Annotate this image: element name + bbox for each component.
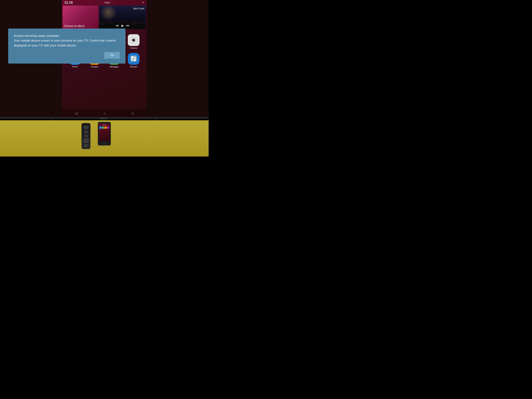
widget-area: Choose an album Bach Suite ⏮ ▶ ⏭ bbox=[62, 5, 147, 30]
svg-point-2 bbox=[133, 39, 134, 41]
remote-power-btn[interactable] bbox=[84, 126, 89, 129]
status-time: 11:15 bbox=[64, 1, 73, 4]
tv-brand: SONY bbox=[100, 117, 109, 120]
prev-btn[interactable]: ⏮ bbox=[116, 24, 119, 28]
app-label-browser: Browser bbox=[130, 66, 137, 68]
mirroring-message: Screen mirroring setup complete!Your mob… bbox=[14, 33, 120, 48]
app-label-camera: Camera bbox=[130, 47, 137, 49]
status-date: Aug 7 bbox=[104, 1, 110, 4]
app-item-browser[interactable]: 🔄 Browser bbox=[126, 53, 142, 68]
ok-button[interactable]: OK bbox=[104, 52, 120, 59]
physical-phone: 11:13 bbox=[98, 122, 111, 146]
phone-mini-icon-2 bbox=[102, 127, 104, 129]
phone-mini-icon-4 bbox=[107, 127, 109, 129]
remote-btn-1[interactable] bbox=[84, 131, 88, 133]
mirroring-dialog: Screen mirroring setup complete!Your mob… bbox=[8, 29, 126, 63]
phone-device-home-btn[interactable] bbox=[102, 143, 107, 144]
app-label-phone: Phone bbox=[72, 66, 78, 68]
next-btn[interactable]: ⏭ bbox=[126, 24, 130, 28]
play-btn[interactable]: ▶ bbox=[121, 24, 124, 28]
app-label-messages: Messages bbox=[110, 66, 119, 68]
nav-recent[interactable]: □ bbox=[132, 112, 134, 115]
app-item-camera[interactable]: Camera bbox=[126, 34, 142, 49]
phone-mini-icon-3 bbox=[104, 127, 107, 129]
svg-point-3 bbox=[134, 39, 135, 39]
status-bar: 11:15 Aug 7 ☀ bbox=[62, 0, 147, 5]
music-controls: ⏮ ▶ ⏭ bbox=[101, 24, 144, 28]
phone-device-screen: 11:13 bbox=[99, 124, 110, 141]
remote-dpad[interactable] bbox=[83, 138, 89, 143]
phone-mini-icon-1 bbox=[99, 127, 102, 129]
browser-app-icon: 🔄 bbox=[128, 53, 139, 65]
tv-screen: 11:15 Aug 7 ☀ Choose an album Bach Suite… bbox=[0, 0, 209, 117]
camera-svg bbox=[130, 37, 137, 44]
nav-back[interactable]: ◁ bbox=[75, 112, 77, 115]
app-label-contacts: Contacts bbox=[91, 66, 98, 68]
music-title: Bach Suite bbox=[101, 7, 144, 10]
nav-bar: ◁ ○ □ bbox=[62, 109, 147, 117]
widget-album[interactable]: Choose an album bbox=[63, 6, 98, 29]
remote-btn-3[interactable] bbox=[84, 144, 88, 147]
widget-music[interactable]: Bach Suite ⏮ ▶ ⏭ bbox=[99, 6, 146, 29]
status-icons: ☀ bbox=[142, 1, 144, 4]
camera-icon bbox=[128, 34, 139, 46]
nav-home[interactable]: ○ bbox=[103, 112, 105, 115]
widget-album-text: Choose an album bbox=[64, 25, 85, 28]
phone-device-apps bbox=[99, 127, 110, 129]
remote-btn-2[interactable] bbox=[84, 134, 88, 137]
remote-control[interactable] bbox=[82, 123, 90, 149]
phone-device-time: 11:13 bbox=[99, 124, 110, 126]
